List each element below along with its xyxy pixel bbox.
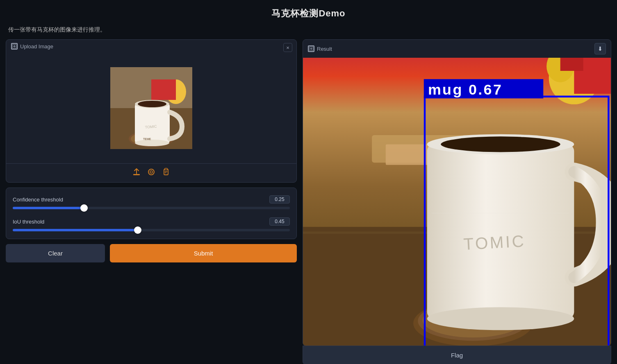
controls-box: Confidence threshold 0.25 IoU threshold … — [6, 188, 297, 239]
iou-slider[interactable] — [13, 229, 290, 231]
confidence-slider-header: Confidence threshold 0.25 — [13, 195, 290, 203]
result-label: Result — [317, 46, 332, 52]
result-image-container: TEME TOMIC — [303, 58, 611, 346]
svg-text:mug  0.67: mug 0.67 — [428, 81, 503, 98]
svg-rect-9 — [135, 104, 170, 143]
result-header-left: Result — [308, 45, 332, 52]
svg-text:TEME: TEME — [143, 138, 151, 140]
image-preview-area: TOMIC TEME — [6, 53, 296, 163]
subtitle: 传一张带有马克杯的图像来进行推理。 — [0, 24, 617, 39]
svg-point-12 — [138, 101, 166, 107]
svg-rect-6 — [151, 79, 176, 100]
button-row: Clear Submit — [6, 244, 297, 262]
clipboard-tool-icon[interactable] — [162, 168, 170, 178]
close-button[interactable]: × — [283, 43, 292, 52]
svg-point-41 — [441, 136, 560, 152]
right-panel: Result ⬇ — [303, 39, 611, 364]
upload-tool-icon[interactable] — [132, 168, 141, 178]
iou-value: 0.45 — [269, 217, 290, 226]
upload-header: Upload Image — [6, 40, 296, 53]
svg-point-16 — [148, 169, 154, 175]
svg-rect-15 — [133, 174, 140, 175]
preview-image: TOMIC TEME — [110, 67, 192, 149]
page-title: 马克杯检测Demo — [0, 0, 617, 24]
confidence-slider-group: Confidence threshold 0.25 — [13, 195, 290, 209]
upload-label: Upload Image — [20, 43, 53, 50]
upload-icon-sq — [11, 43, 18, 50]
result-icon-sq — [308, 45, 314, 52]
download-button[interactable]: ⬇ — [594, 43, 606, 54]
clear-button[interactable]: Clear — [6, 244, 105, 262]
submit-button[interactable]: Submit — [110, 244, 297, 262]
upload-box: Upload Image × — [6, 39, 297, 183]
result-header: Result ⬇ — [303, 40, 611, 58]
iou-slider-header: IoU threshold 0.45 — [13, 217, 290, 226]
svg-rect-38 — [427, 144, 574, 319]
svg-text:TOMIC: TOMIC — [463, 231, 526, 253]
svg-point-39 — [427, 307, 574, 330]
result-image: TEME TOMIC — [303, 58, 611, 346]
confidence-label: Confidence threshold — [13, 197, 63, 203]
svg-rect-19 — [165, 168, 167, 170]
result-box: Result ⬇ — [303, 39, 611, 346]
confidence-slider[interactable] — [13, 207, 290, 209]
svg-point-17 — [150, 171, 153, 173]
svg-point-10 — [135, 140, 169, 146]
iou-label: IoU threshold — [13, 219, 44, 225]
webcam-tool-icon[interactable] — [147, 168, 155, 178]
left-panel: Upload Image × — [6, 39, 297, 364]
iou-slider-group: IoU threshold 0.45 — [13, 217, 290, 231]
flag-button[interactable]: Flag — [303, 346, 611, 364]
toolbar-icons — [6, 163, 296, 182]
svg-rect-29 — [560, 58, 583, 71]
main-layout: Upload Image × — [0, 39, 617, 364]
confidence-value: 0.25 — [269, 195, 290, 203]
